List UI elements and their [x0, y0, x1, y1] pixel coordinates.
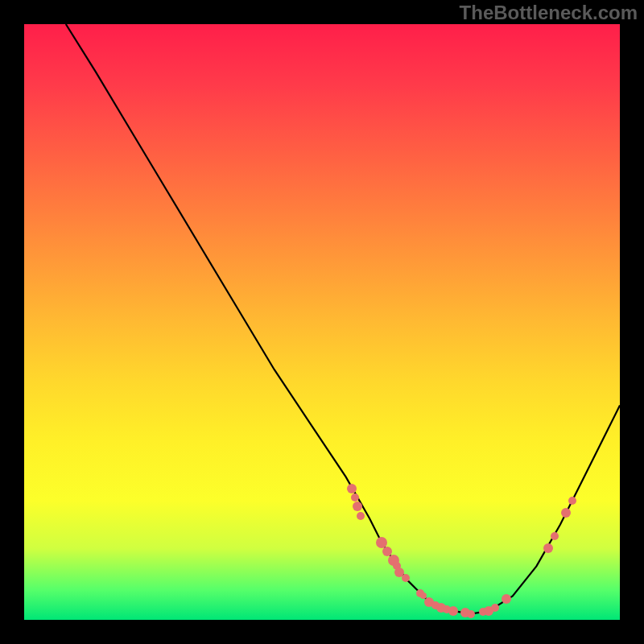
marker-point — [431, 601, 440, 609]
marker-point — [448, 606, 458, 616]
marker-point — [347, 484, 357, 493]
marker-point — [491, 604, 499, 612]
marker-point — [502, 594, 511, 604]
marker-point — [394, 568, 404, 577]
marker-point — [479, 608, 487, 616]
marker-point — [382, 547, 392, 556]
marker-point — [561, 508, 571, 518]
marker-point — [353, 502, 362, 511]
marker-point — [543, 543, 553, 553]
marker-point — [402, 574, 410, 582]
marker-point — [393, 562, 401, 570]
marker-point — [443, 605, 451, 613]
marker-point — [460, 608, 470, 617]
marker-point — [484, 606, 493, 616]
marker-point — [467, 610, 475, 618]
watermark-text: TheBottleneck.com — [460, 2, 638, 24]
marker-point — [388, 555, 399, 566]
marker-point — [376, 537, 387, 548]
marker-point — [351, 493, 359, 502]
marker-points-layer — [24, 24, 620, 620]
chart-plot-area — [24, 24, 620, 620]
marker-point — [568, 497, 576, 505]
marker-point — [420, 592, 427, 599]
marker-point — [357, 512, 365, 520]
curve-path — [66, 24, 620, 614]
curve-svg — [24, 24, 620, 620]
marker-point — [416, 589, 424, 597]
marker-point — [436, 603, 446, 613]
marker-point — [424, 597, 434, 607]
marker-point — [551, 532, 559, 540]
